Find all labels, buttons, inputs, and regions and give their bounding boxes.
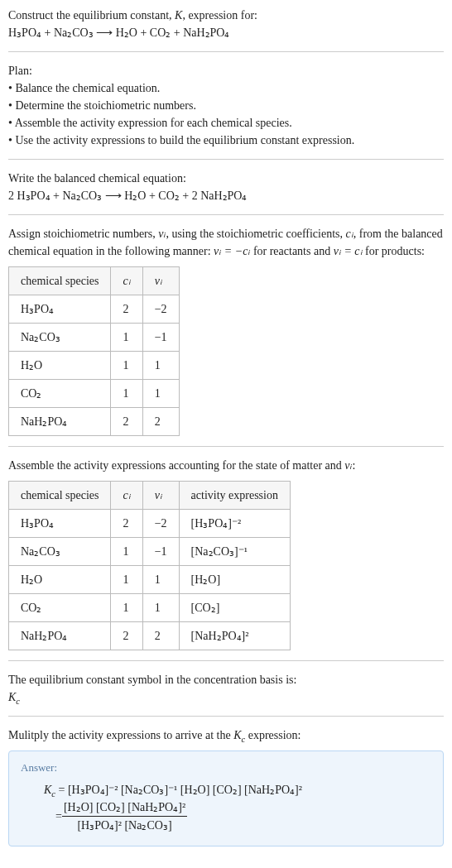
divider — [8, 51, 444, 52]
answer-content: Kc = [H₃PO₄]⁻² [Na₂CO₃]⁻¹ [H₂O] [CO₂] [N… — [44, 781, 431, 834]
th-ci: cᵢ — [111, 482, 142, 510]
multiply-kc: K — [233, 729, 241, 741]
divider — [8, 660, 444, 661]
table-row: H₂O11 — [9, 352, 180, 380]
cell-species: CO₂ — [9, 380, 111, 408]
cell-nu: 2 — [142, 408, 179, 436]
cell-activity: [CO₂] — [179, 594, 290, 622]
multiply-a: Mulitply the activity expressions to arr… — [8, 729, 233, 741]
table-row: H₂O11[H₂O] — [9, 566, 291, 594]
cell-activity: [H₂O] — [179, 566, 290, 594]
cell-nu: −2 — [142, 510, 179, 538]
activity-table: chemical species cᵢ νᵢ activity expressi… — [8, 481, 291, 650]
cell-nu: 1 — [142, 352, 179, 380]
balanced-arrow: ⟶ — [102, 189, 124, 202]
th-nu-var: νᵢ — [155, 489, 162, 501]
balanced-equation: 2 H₃PO₄ + Na₂CO₃ ⟶ H₂O + CO₂ + 2 NaH₂PO₄ — [8, 187, 444, 204]
stoich-d: for reactants and — [250, 245, 333, 257]
assemble-text: Assemble the activity expressions accoun… — [8, 457, 444, 474]
stoich-eq2: νᵢ = cᵢ — [334, 245, 363, 257]
th-nu-var: νᵢ — [155, 275, 162, 287]
intro-equation: H₃PO₄ + Na₂CO₃ ⟶ H₂O + CO₂ + NaH₂PO₄ — [8, 24, 444, 41]
answer-box: Answer: Kc = [H₃PO₄]⁻² [Na₂CO₃]⁻¹ [H₂O] … — [8, 751, 444, 846]
plan-title: Plan: — [8, 62, 444, 79]
kc-sub: c — [16, 697, 20, 706]
cell-species: H₃PO₄ — [9, 510, 111, 538]
multiply-b: expression: — [245, 729, 301, 741]
intro-text-a: Construct the equilibrium constant, — [8, 9, 175, 22]
stoich-text: Assign stoichiometric numbers, νᵢ, using… — [8, 225, 444, 260]
cell-nu: 1 — [142, 380, 179, 408]
cell-species: NaH₂PO₄ — [9, 408, 111, 436]
table-row: NaH₂PO₄22[NaH₂PO₄]² — [9, 622, 291, 650]
divider — [8, 159, 444, 160]
cell-ci: 1 — [111, 594, 142, 622]
answer-label: Answer: — [21, 760, 431, 776]
cell-nu: −1 — [142, 324, 179, 352]
divider — [8, 214, 444, 215]
table-row: CO₂11 — [9, 380, 180, 408]
divider — [8, 446, 444, 447]
stoich-a: Assign stoichiometric numbers, — [8, 228, 158, 240]
table-row: Na₂CO₃1−1[Na₂CO₃]⁻¹ — [9, 538, 291, 566]
kc-text-line: The equilibrium constant symbol in the c… — [8, 671, 444, 688]
balanced-block: Write the balanced chemical equation: 2 … — [8, 170, 444, 204]
plan-bullet-4: • Use the activity expressions to build … — [8, 132, 444, 149]
cell-species: CO₂ — [9, 594, 111, 622]
table-row: H₃PO₄2−2 — [9, 295, 180, 324]
stoich-eq1: νᵢ = −cᵢ — [214, 245, 250, 257]
assemble-a: Assemble the activity expressions accoun… — [8, 459, 344, 472]
cell-ci: 1 — [111, 538, 142, 566]
cell-species: H₂O — [9, 566, 111, 594]
th-species: chemical species — [9, 482, 111, 510]
th-activity: activity expression — [179, 482, 290, 510]
answer-den: [H₃PO₄]² [Na₂CO₃] — [62, 817, 187, 834]
table-header-row: chemical species cᵢ νᵢ activity expressi… — [9, 482, 291, 510]
cell-ci: 1 — [111, 324, 142, 352]
cell-activity: [H₃PO₄]⁻² — [179, 510, 290, 538]
stoich-table: chemical species cᵢ νᵢ H₃PO₄2−2 Na₂CO₃1−… — [8, 266, 180, 436]
cell-species: H₂O — [9, 352, 111, 380]
plan-bullet-3: • Assemble the activity expression for e… — [8, 114, 444, 132]
cell-species: NaH₂PO₄ — [9, 622, 111, 650]
eq-products: H₂O + CO₂ + NaH₂PO₄ — [116, 26, 230, 39]
intro-line1: Construct the equilibrium constant, K, e… — [8, 7, 444, 24]
divider — [8, 716, 444, 717]
th-species: chemical species — [9, 267, 111, 295]
plan-block: Plan: • Balance the chemical equation. •… — [8, 62, 444, 149]
th-ci-var: cᵢ — [123, 489, 130, 501]
answer-line2: = [H₂O] [CO₂] [NaH₂PO₄]² [H₃PO₄]² [Na₂CO… — [44, 798, 431, 834]
answer-flat: [H₃PO₄]⁻² [Na₂CO₃]⁻¹ [H₂O] [CO₂] [NaH₂PO… — [68, 784, 302, 796]
cell-ci: 1 — [111, 566, 142, 594]
plan-bullet-1: • Balance the chemical equation. — [8, 79, 444, 97]
intro-text-b: , expression for: — [182, 9, 257, 22]
th-ci-var: cᵢ — [123, 275, 130, 287]
answer-eq2: = — [55, 808, 62, 825]
answer-eq: = — [55, 784, 68, 796]
table-row: NaH₂PO₄22 — [9, 408, 180, 436]
table-row: Na₂CO₃1−1 — [9, 324, 180, 352]
balanced-title: Write the balanced chemical equation: — [8, 170, 444, 187]
kc-symbol-block: The equilibrium constant symbol in the c… — [8, 671, 444, 706]
answer-kc: K — [44, 784, 51, 796]
kc-symbol: Kc — [8, 688, 444, 706]
answer-num: [H₂O] [CO₂] [NaH₂PO₄]² — [62, 798, 187, 817]
balanced-products: H₂O + CO₂ + 2 NaH₂PO₄ — [124, 189, 247, 202]
cell-species: Na₂CO₃ — [9, 538, 111, 566]
cell-activity: [Na₂CO₃]⁻¹ — [179, 538, 290, 566]
eq-arrow: ⟶ — [94, 26, 116, 39]
assemble-b: : — [353, 459, 356, 472]
multiply-text: Mulitply the activity expressions to arr… — [8, 727, 444, 744]
cell-species: Na₂CO₃ — [9, 324, 111, 352]
th-nu: νᵢ — [142, 482, 179, 510]
cell-nu: 1 — [142, 566, 179, 594]
assemble-nu: νᵢ — [344, 459, 352, 472]
cell-ci: 2 — [111, 622, 142, 650]
answer-fraction: [H₂O] [CO₂] [NaH₂PO₄]² [H₃PO₄]² [Na₂CO₃] — [62, 798, 187, 834]
th-nu: νᵢ — [142, 267, 179, 295]
th-ci: cᵢ — [111, 267, 142, 295]
cell-nu: −2 — [142, 295, 179, 324]
stoich-e: for products: — [363, 245, 425, 257]
table-header-row: chemical species cᵢ νᵢ — [9, 267, 180, 295]
intro-block: Construct the equilibrium constant, K, e… — [8, 7, 444, 41]
